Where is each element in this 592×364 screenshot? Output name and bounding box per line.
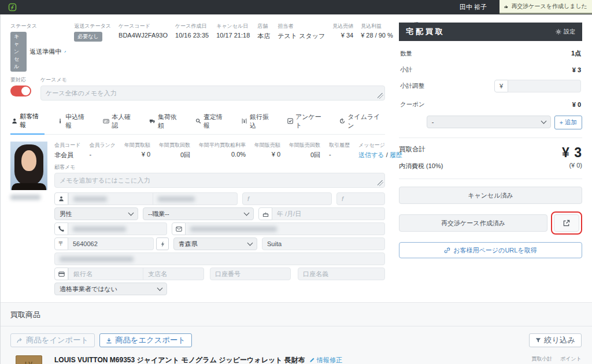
panel-title: 宅配買取 <box>406 27 445 37</box>
edit-pencil-icon[interactable] <box>64 49 66 55</box>
postal-mark-icon: 〒 <box>54 237 68 250</box>
item-title: LOUIS VUITTON M69353 ジャイアント モノグラム ジッピーウォ… <box>54 356 305 364</box>
stat-annual-sales-count: 年間販売回数0回 <box>289 142 320 159</box>
survey-check-icon <box>287 118 293 124</box>
divider <box>1 326 592 326</box>
stat-member-rank: 会員ランク- <box>89 142 116 158</box>
renegotiated-button[interactable]: 再交渉ケース作成済み <box>399 214 547 232</box>
case-created-date: ケース作成日 10/16 23:35 <box>175 23 209 39</box>
qualified-business-select[interactable]: 適格事業者ではない <box>54 283 167 295</box>
postal-code-field[interactable] <box>68 237 154 250</box>
return-status: 返送ステータス 必要なし <box>74 23 111 42</box>
birthday-cake-icon <box>258 207 272 220</box>
add-coupon-button[interactable]: + 追加 <box>554 116 582 129</box>
tab-bank-transfer[interactable]: 銀行振込 <box>240 109 275 134</box>
history-icon <box>339 118 345 124</box>
cancelled-button[interactable]: キャンセル済み <box>399 187 582 204</box>
info-icon <box>57 118 63 124</box>
mail-icon <box>172 222 186 235</box>
subtotal-adjust-input[interactable] <box>513 83 576 90</box>
email-field[interactable] <box>186 222 385 235</box>
stat-annual-sales-amount: 年間販売額¥ 0 <box>254 142 280 158</box>
id-card-icon <box>103 118 109 124</box>
customer-memo-field: 顧客メモ <box>54 164 385 188</box>
resize-handle-icon[interactable] <box>378 93 383 99</box>
account-number-field[interactable] <box>210 268 291 280</box>
export-items-button[interactable]: 商品をエクスポート <box>99 333 192 347</box>
chevron-down-icon <box>244 210 250 216</box>
subtotal-adjust-row: 小計調整 ¥ <box>399 80 582 92</box>
attention-toggle[interactable] <box>10 86 31 96</box>
stat-annual-purchase-amount: 年間買取額¥ 0 <box>124 142 150 158</box>
account-holder-field[interactable] <box>298 268 385 280</box>
stat-member-code: 会員コード非会員 <box>54 142 80 159</box>
current-user[interactable]: 田中 裕子 <box>460 3 487 12</box>
thumbs-up-icon <box>504 3 508 10</box>
stat-annual-avg-margin: 年間平均買取粗利率0.0% <box>199 142 246 158</box>
last-name-kana-field[interactable] <box>242 192 332 205</box>
branch-name-field[interactable] <box>143 268 204 280</box>
tab-survey[interactable]: アンケート <box>286 109 327 134</box>
last-name-field[interactable] <box>68 192 153 205</box>
subtotal-adjust-input-box <box>508 80 581 92</box>
birthday-field[interactable] <box>272 207 385 220</box>
yen-icon <box>241 118 247 124</box>
tab-appraisal-info[interactable]: 査定情報 <box>194 109 228 134</box>
chevron-down-icon <box>247 240 253 246</box>
tab-customer-info[interactable]: 顧客情報 <box>10 109 45 135</box>
case-code: ケースコード BDA4WJ2FA93O <box>119 23 168 39</box>
first-name-field[interactable] <box>153 192 238 205</box>
message-send-link[interactable]: 送信する <box>358 151 384 158</box>
subtotal-row: 小計 ¥ 3 <box>399 66 582 74</box>
item-points: ポイント 0 pt <box>560 355 582 364</box>
toast-notification[interactable]: 再交渉ケースを作成しました <box>500 0 592 14</box>
items-toolbar: 商品をインポート 商品をエクスポート 絞り込み <box>10 333 582 347</box>
tab-application-info[interactable]: 申込情報 <box>56 109 90 134</box>
chevron-down-icon <box>157 285 163 291</box>
import-items-button[interactable]: 商品をインポート <box>10 333 95 347</box>
store: 店舗 本店 <box>257 23 270 40</box>
resize-handle-icon[interactable] <box>378 180 383 186</box>
item-thumbnail[interactable]: LV <box>16 355 42 364</box>
tab-identity-verification[interactable]: 本人確認 <box>102 109 136 134</box>
expected-price: 見込売値 ¥ 34 <box>332 23 353 39</box>
first-name-kana-field[interactable] <box>336 192 385 205</box>
truck-icon <box>149 118 156 124</box>
gender-select[interactable]: 男性 <box>54 207 138 220</box>
address-lookup-button[interactable] <box>156 237 169 250</box>
import-arrow-icon <box>17 337 23 343</box>
customer-page-url-button[interactable]: お客様用ページのURLを取得 <box>399 242 582 258</box>
case-status: ステータス キャンセル 返送準備中 <box>10 23 66 72</box>
open-renegotiation-case-button[interactable] <box>554 214 579 232</box>
chevron-down-icon <box>128 210 134 216</box>
settings-button[interactable]: 設定 <box>556 28 575 36</box>
city-field[interactable] <box>262 237 385 250</box>
person-icon <box>12 118 17 124</box>
edit-pencil-icon <box>309 357 315 363</box>
tab-pickup-request[interactable]: 集荷依頼 <box>148 109 183 134</box>
lightning-bolt-icon <box>160 241 165 247</box>
divider <box>399 138 582 138</box>
bank-name-field[interactable] <box>68 268 143 280</box>
phone-field[interactable] <box>68 222 167 235</box>
section-title: 買取商品 <box>10 310 582 320</box>
case-memo-input-box <box>40 86 385 101</box>
customer-photo[interactable] <box>10 142 47 190</box>
filter-button[interactable]: 絞り込み <box>529 333 582 347</box>
tax-row: 内消費税 (10%) (¥ 0) <box>399 162 582 170</box>
attention-toggle-field: 要対応 <box>10 76 31 96</box>
prefecture-select[interactable]: 青森県 <box>173 237 257 250</box>
case-memo-input[interactable] <box>46 90 380 96</box>
gear-icon <box>556 29 561 35</box>
external-link-icon <box>563 220 570 226</box>
occupation-select[interactable]: --職業-- <box>143 207 254 220</box>
tab-timeline[interactable]: タイムライン <box>338 109 385 134</box>
edit-item-link[interactable]: 情報修正 <box>309 356 342 363</box>
customer-memo-input[interactable] <box>60 177 380 184</box>
coupon-select[interactable]: - <box>427 116 551 128</box>
bank-card-icon <box>54 268 68 280</box>
search-icon <box>195 118 201 124</box>
toast-text: 再交渉ケースを作成しました <box>511 2 587 10</box>
app-logo-icon[interactable] <box>8 3 17 12</box>
address-field[interactable] <box>54 252 385 265</box>
